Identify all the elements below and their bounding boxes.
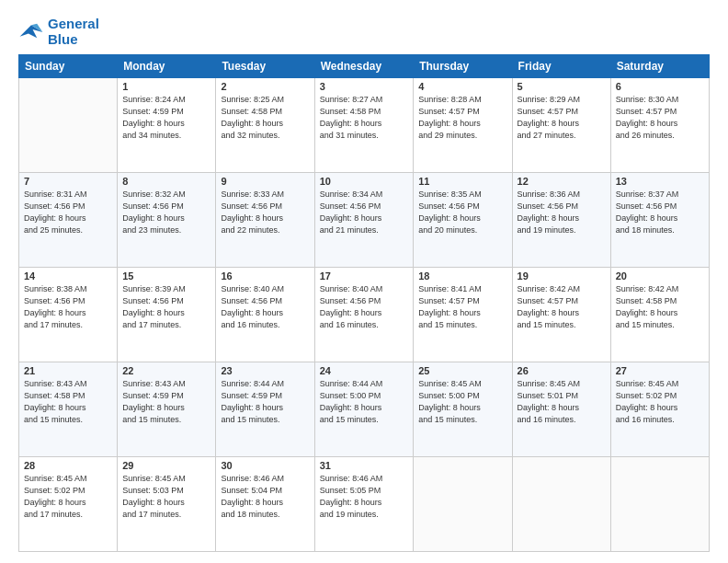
day-number: 21 (24, 365, 112, 376)
calendar-cell: 8Sunrise: 8:32 AM Sunset: 4:56 PM Daylig… (118, 173, 216, 268)
calendar-cell: 23Sunrise: 8:44 AM Sunset: 4:59 PM Dayli… (216, 362, 314, 457)
day-number: 25 (418, 365, 506, 376)
day-number: 17 (320, 270, 409, 282)
page: General Blue SundayMondayTuesdayWednesda… (0, 0, 728, 563)
calendar-cell (610, 457, 709, 552)
day-number: 13 (616, 176, 704, 187)
day-header-friday: Friday (512, 55, 610, 78)
calendar-cell: 12Sunrise: 8:36 AM Sunset: 4:56 PM Dayli… (512, 173, 610, 268)
day-number: 31 (320, 460, 409, 471)
calendar-body: 1Sunrise: 8:24 AM Sunset: 4:59 PM Daylig… (19, 78, 710, 552)
day-number: 28 (24, 460, 112, 471)
cell-content: Sunrise: 8:40 AM Sunset: 4:56 PM Dayligh… (320, 283, 409, 331)
cell-content: Sunrise: 8:41 AM Sunset: 4:57 PM Dayligh… (418, 283, 506, 331)
calendar-cell: 22Sunrise: 8:43 AM Sunset: 4:59 PM Dayli… (118, 362, 216, 457)
day-number: 22 (122, 365, 210, 376)
day-number: 26 (518, 365, 606, 376)
cell-content: Sunrise: 8:39 AM Sunset: 4:56 PM Dayligh… (122, 283, 210, 331)
day-number: 9 (221, 176, 309, 187)
calendar-cell: 9Sunrise: 8:33 AM Sunset: 4:56 PM Daylig… (216, 173, 314, 268)
cell-content: Sunrise: 8:45 AM Sunset: 5:02 PM Dayligh… (24, 473, 112, 521)
day-number: 19 (518, 270, 606, 282)
week-row-4: 28Sunrise: 8:45 AM Sunset: 5:02 PM Dayli… (19, 457, 710, 552)
week-row-0: 1Sunrise: 8:24 AM Sunset: 4:59 PM Daylig… (19, 78, 710, 173)
day-number: 20 (616, 270, 704, 282)
day-number: 4 (418, 81, 506, 92)
cell-content: Sunrise: 8:46 AM Sunset: 5:05 PM Dayligh… (320, 473, 409, 521)
calendar-cell: 10Sunrise: 8:34 AM Sunset: 4:56 PM Dayli… (314, 173, 414, 268)
header: General Blue (18, 17, 710, 47)
day-header-wednesday: Wednesday (314, 55, 414, 78)
logo: General Blue (18, 17, 99, 47)
cell-content: Sunrise: 8:33 AM Sunset: 4:56 PM Dayligh… (221, 189, 309, 236)
cell-content: Sunrise: 8:31 AM Sunset: 4:56 PM Dayligh… (24, 189, 112, 236)
cell-content: Sunrise: 8:42 AM Sunset: 4:58 PM Dayligh… (616, 283, 704, 331)
day-number: 15 (122, 270, 210, 282)
cell-content: Sunrise: 8:45 AM Sunset: 5:00 PM Dayligh… (418, 378, 506, 426)
calendar-cell: 7Sunrise: 8:31 AM Sunset: 4:56 PM Daylig… (19, 173, 118, 268)
calendar-cell: 25Sunrise: 8:45 AM Sunset: 5:00 PM Dayli… (414, 362, 512, 457)
cell-content: Sunrise: 8:35 AM Sunset: 4:56 PM Dayligh… (418, 189, 506, 236)
cell-content: Sunrise: 8:45 AM Sunset: 5:03 PM Dayligh… (122, 473, 210, 521)
calendar-cell: 20Sunrise: 8:42 AM Sunset: 4:58 PM Dayli… (610, 268, 709, 362)
calendar-cell: 16Sunrise: 8:40 AM Sunset: 4:56 PM Dayli… (216, 268, 314, 362)
calendar-cell: 11Sunrise: 8:35 AM Sunset: 4:56 PM Dayli… (414, 173, 512, 268)
day-header-monday: Monday (118, 55, 216, 78)
day-header-saturday: Saturday (610, 55, 709, 78)
day-number: 6 (616, 81, 704, 92)
cell-content: Sunrise: 8:43 AM Sunset: 4:58 PM Dayligh… (24, 378, 112, 426)
cell-content: Sunrise: 8:29 AM Sunset: 4:57 PM Dayligh… (518, 94, 606, 142)
cell-content: Sunrise: 8:38 AM Sunset: 4:56 PM Dayligh… (24, 283, 112, 331)
week-row-3: 21Sunrise: 8:43 AM Sunset: 4:58 PM Dayli… (19, 362, 710, 457)
cell-content: Sunrise: 8:25 AM Sunset: 4:58 PM Dayligh… (221, 94, 309, 142)
calendar-cell: 31Sunrise: 8:46 AM Sunset: 5:05 PM Dayli… (314, 457, 414, 552)
calendar-cell: 29Sunrise: 8:45 AM Sunset: 5:03 PM Dayli… (118, 457, 216, 552)
calendar-table: SundayMondayTuesdayWednesdayThursdayFrid… (18, 54, 710, 552)
calendar-cell: 26Sunrise: 8:45 AM Sunset: 5:01 PM Dayli… (512, 362, 610, 457)
cell-content: Sunrise: 8:45 AM Sunset: 5:02 PM Dayligh… (616, 378, 704, 426)
cell-content: Sunrise: 8:37 AM Sunset: 4:56 PM Dayligh… (616, 189, 704, 236)
logo-bird-icon (18, 22, 44, 42)
calendar-cell: 4Sunrise: 8:28 AM Sunset: 4:57 PM Daylig… (414, 78, 512, 173)
day-number: 2 (221, 81, 309, 92)
day-number: 16 (221, 270, 309, 282)
calendar-cell: 24Sunrise: 8:44 AM Sunset: 5:00 PM Dayli… (314, 362, 414, 457)
calendar-cell: 3Sunrise: 8:27 AM Sunset: 4:58 PM Daylig… (314, 78, 414, 173)
cell-content: Sunrise: 8:44 AM Sunset: 5:00 PM Dayligh… (320, 378, 409, 426)
cell-content: Sunrise: 8:40 AM Sunset: 4:56 PM Dayligh… (221, 283, 309, 331)
cell-content: Sunrise: 8:46 AM Sunset: 5:04 PM Dayligh… (221, 473, 309, 521)
calendar-cell (19, 78, 118, 173)
days-header-row: SundayMondayTuesdayWednesdayThursdayFrid… (19, 55, 710, 78)
calendar-cell: 30Sunrise: 8:46 AM Sunset: 5:04 PM Dayli… (216, 457, 314, 552)
day-number: 23 (221, 365, 309, 376)
svg-marker-0 (20, 25, 43, 38)
cell-content: Sunrise: 8:45 AM Sunset: 5:01 PM Dayligh… (518, 378, 606, 426)
cell-content: Sunrise: 8:30 AM Sunset: 4:57 PM Dayligh… (616, 94, 704, 142)
day-number: 8 (122, 176, 210, 187)
calendar-cell: 14Sunrise: 8:38 AM Sunset: 4:56 PM Dayli… (19, 268, 118, 362)
day-number: 14 (24, 270, 112, 282)
calendar-cell: 17Sunrise: 8:40 AM Sunset: 4:56 PM Dayli… (314, 268, 414, 362)
week-row-2: 14Sunrise: 8:38 AM Sunset: 4:56 PM Dayli… (19, 268, 710, 362)
day-number: 29 (122, 460, 210, 471)
calendar-cell: 27Sunrise: 8:45 AM Sunset: 5:02 PM Dayli… (610, 362, 709, 457)
day-header-thursday: Thursday (414, 55, 512, 78)
cell-content: Sunrise: 8:36 AM Sunset: 4:56 PM Dayligh… (518, 189, 606, 236)
cell-content: Sunrise: 8:32 AM Sunset: 4:56 PM Dayligh… (122, 189, 210, 236)
day-number: 10 (320, 176, 409, 187)
day-number: 30 (221, 460, 309, 471)
calendar-cell: 13Sunrise: 8:37 AM Sunset: 4:56 PM Dayli… (610, 173, 709, 268)
calendar-cell: 6Sunrise: 8:30 AM Sunset: 4:57 PM Daylig… (610, 78, 709, 173)
calendar-cell (414, 457, 512, 552)
calendar-cell (512, 457, 610, 552)
day-number: 1 (122, 81, 210, 92)
day-number: 7 (24, 176, 112, 187)
calendar-cell: 18Sunrise: 8:41 AM Sunset: 4:57 PM Dayli… (414, 268, 512, 362)
calendar-cell: 28Sunrise: 8:45 AM Sunset: 5:02 PM Dayli… (19, 457, 118, 552)
calendar-cell: 19Sunrise: 8:42 AM Sunset: 4:57 PM Dayli… (512, 268, 610, 362)
day-number: 5 (518, 81, 606, 92)
calendar-cell: 15Sunrise: 8:39 AM Sunset: 4:56 PM Dayli… (118, 268, 216, 362)
day-number: 11 (418, 176, 506, 187)
cell-content: Sunrise: 8:44 AM Sunset: 4:59 PM Dayligh… (221, 378, 309, 426)
week-row-1: 7Sunrise: 8:31 AM Sunset: 4:56 PM Daylig… (19, 173, 710, 268)
